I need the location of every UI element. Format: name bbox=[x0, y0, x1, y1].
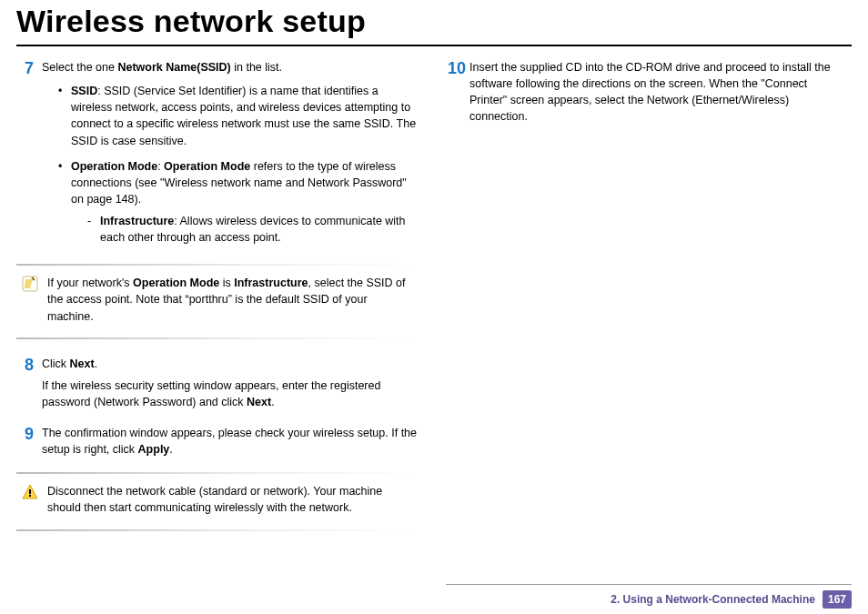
step-number: 8 bbox=[16, 356, 42, 416]
page-footer: 2. Using a Network-Connected Machine 167 bbox=[611, 590, 852, 609]
step-number: 7 bbox=[16, 59, 42, 255]
right-column: 10 Insert the supplied CD into the CD-RO… bbox=[444, 59, 844, 537]
step-body: Click Next. If the wireless security set… bbox=[42, 356, 417, 416]
text: . bbox=[169, 443, 172, 456]
svg-rect-2 bbox=[29, 495, 31, 497]
text: is bbox=[219, 277, 234, 289]
bullet-infrastructure: Infrastructure: Allows wireless devices … bbox=[87, 213, 417, 246]
bold-text: Infrastructure bbox=[234, 277, 308, 289]
text: Insert the supplied CD into the CD-ROM d… bbox=[469, 59, 844, 126]
divider bbox=[16, 337, 417, 339]
step-number: 10 bbox=[444, 59, 469, 131]
text: . bbox=[271, 396, 274, 408]
step-10: 10 Insert the supplied CD into the CD-RO… bbox=[444, 59, 844, 131]
text: . bbox=[95, 357, 97, 370]
note-icon bbox=[20, 275, 40, 293]
step-9: 9 The confirmation window appears, pleas… bbox=[16, 425, 417, 463]
warning-icon bbox=[20, 483, 40, 501]
warning-text: Disconnect the network cable (standard o… bbox=[47, 483, 411, 516]
bold-text: Network Name(SSID) bbox=[117, 61, 230, 74]
divider bbox=[16, 529, 417, 531]
bold-text: SSID bbox=[71, 85, 97, 97]
left-column: 7 Select the one Network Name(SSID) in t… bbox=[16, 59, 417, 537]
note-text: If your network's Operation Mode is Infr… bbox=[47, 275, 411, 324]
text: The confirmation window appears, please … bbox=[42, 427, 417, 456]
step-7: 7 Select the one Network Name(SSID) in t… bbox=[16, 59, 417, 255]
step-8: 8 Click Next. If the wireless security s… bbox=[16, 356, 417, 416]
text: in the list. bbox=[231, 61, 282, 74]
divider bbox=[16, 472, 417, 474]
bold-text: Operation Mode bbox=[71, 160, 157, 173]
bold-text: Apply bbox=[138, 443, 170, 456]
chapter-label: 2. Using a Network-Connected Machine bbox=[611, 593, 815, 606]
divider bbox=[16, 264, 417, 266]
text: : SSID (Service Set Identifier) is a nam… bbox=[71, 85, 416, 146]
text: If your network's bbox=[47, 277, 133, 289]
note-info: If your network's Operation Mode is Infr… bbox=[16, 271, 417, 327]
text: If the wireless security setting window … bbox=[42, 379, 380, 408]
step-number: 9 bbox=[16, 425, 42, 463]
bold-text: Operation Mode bbox=[133, 277, 219, 289]
text: Click bbox=[42, 357, 70, 370]
bold-text: Infrastructure bbox=[100, 215, 174, 227]
note-warning: Disconnect the network cable (standard o… bbox=[16, 479, 417, 519]
bold-text: Operation Mode bbox=[164, 160, 250, 173]
svg-rect-1 bbox=[29, 489, 31, 494]
footer-divider bbox=[446, 584, 852, 585]
step-body: Select the one Network Name(SSID) in the… bbox=[42, 59, 417, 255]
page-title: Wireless network setup bbox=[16, 4, 852, 39]
page-number: 167 bbox=[823, 590, 852, 609]
bullet-ssid: SSID: SSID (Service Set Identifier) is a… bbox=[58, 83, 417, 149]
text: Select the one bbox=[42, 61, 117, 74]
bullet-operation-mode: Operation Mode: Operation Mode refers to… bbox=[58, 158, 417, 247]
step-body: The confirmation window appears, please … bbox=[42, 425, 417, 463]
bold-text: Next bbox=[70, 357, 95, 370]
step-body: Insert the supplied CD into the CD-ROM d… bbox=[469, 59, 844, 131]
bold-text: Next bbox=[247, 396, 271, 408]
title-divider bbox=[16, 45, 852, 46]
